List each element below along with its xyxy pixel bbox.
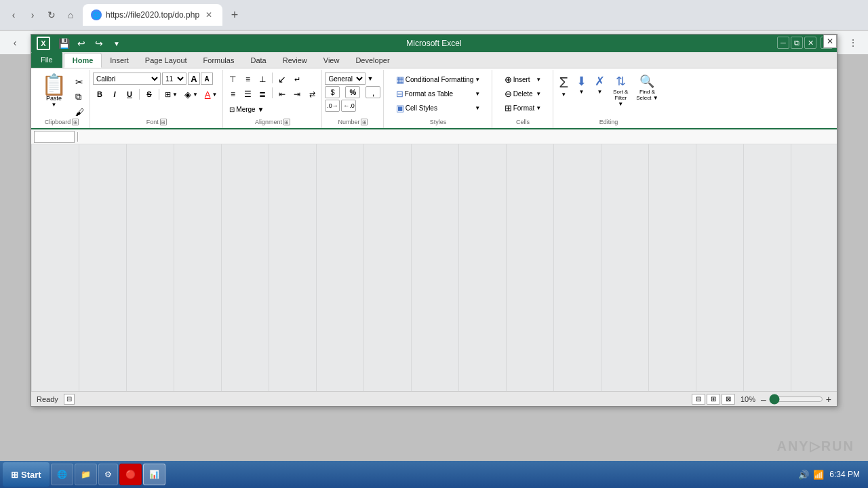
decrease-decimal-button[interactable]: ←.0 — [341, 100, 356, 112]
taskbar-ie-button[interactable]: 🌐 — [51, 464, 73, 485]
sort-filter-button[interactable]: ⇅ Sort &Filter ▼ — [610, 73, 631, 108]
taskbar-excel-button[interactable]: 📊 — [143, 464, 165, 485]
align-right-button[interactable]: ≣ — [256, 87, 269, 101]
format-button[interactable]: ⊞ Format ▼ — [500, 101, 547, 115]
comma-button[interactable]: , — [366, 86, 380, 98]
qat-customize-button[interactable]: ▼ — [110, 37, 123, 49]
number-format-arrow[interactable]: ▼ — [367, 75, 373, 82]
tab-review[interactable]: Review — [275, 53, 315, 68]
minimize-button[interactable]: ─ — [777, 37, 789, 49]
underline-button[interactable]: U — [123, 87, 136, 101]
taskbar-explorer-button[interactable]: 📁 — [75, 464, 97, 485]
forward-button[interactable]: › — [24, 7, 41, 23]
normal-view-button[interactable]: ⊟ — [692, 394, 705, 405]
find-select-button[interactable]: 🔍 Find &Select ▼ — [633, 73, 660, 102]
decrease-font-size-button[interactable]: A — [201, 73, 213, 85]
tab-insert[interactable]: Insert — [102, 53, 137, 68]
orientation-button[interactable]: ↙ — [275, 73, 289, 86]
align-top-button[interactable]: ⊤ — [226, 73, 239, 86]
home-button[interactable]: ⌂ — [62, 7, 79, 23]
borders-button[interactable]: ⊞ ▼ — [162, 87, 180, 101]
font-expand-icon[interactable]: ⊞ — [160, 119, 167, 125]
alignment-expand-icon[interactable]: ⊞ — [283, 119, 290, 125]
borders-icon: ⊞ — [165, 90, 171, 99]
increase-font-size-button[interactable]: A — [188, 73, 200, 85]
qat-redo-button[interactable]: ↪ — [92, 37, 106, 49]
strikethrough-button[interactable]: S — [142, 87, 156, 101]
tab-developer[interactable]: Developer — [347, 53, 397, 68]
delete-button[interactable]: ⊖ Delete ▼ — [500, 87, 547, 100]
tab-view[interactable]: View — [315, 53, 348, 68]
tab-close-button[interactable]: ✕ — [203, 9, 214, 20]
align-center-button[interactable]: ☰ — [241, 87, 254, 101]
conditional-formatting-arrow: ▼ — [475, 77, 480, 83]
format-painter-button[interactable]: 🖌 — [73, 105, 87, 119]
currency-button[interactable]: $ — [325, 86, 340, 98]
number-format-select[interactable]: General — [325, 73, 366, 85]
qat-undo-button[interactable]: ↩ — [75, 37, 88, 49]
bold-button[interactable]: B — [93, 87, 106, 101]
browser-tab[interactable]: 🌐 https://file2020.top/do.php ✕ — [83, 4, 222, 26]
percent-button[interactable]: % — [345, 86, 360, 98]
cell-styles-label: Cell Styles — [406, 104, 437, 112]
clear-button[interactable]: ✗ ▼ — [592, 73, 608, 96]
formula-input[interactable] — [81, 131, 834, 143]
taskbar-settings-button[interactable]: ⚙ — [98, 464, 118, 485]
font-name-select[interactable]: Calibri — [93, 73, 161, 85]
number-expand-icon[interactable]: ⊞ — [361, 119, 368, 125]
italic-button[interactable]: I — [108, 87, 121, 101]
align-middle-button[interactable]: ≡ — [241, 73, 254, 86]
restore-button[interactable]: ⧉ — [791, 37, 803, 49]
browser-chrome: ‹ › ↻ ⌂ 🌐 https://file2020.top/do.php ✕ … — [0, 0, 868, 30]
styles-buttons: ▦ Conditional Formatting ▼ ⊟ Format as T… — [391, 73, 486, 115]
close-button[interactable]: ✕ — [804, 37, 816, 49]
fill-color-button[interactable]: ◈ ▼ — [182, 87, 201, 101]
panel-close-button[interactable]: ✕ — [823, 35, 837, 48]
toolbar-back-button[interactable]: ‹ — [5, 33, 24, 52]
tab-page-layout[interactable]: Page Layout — [137, 53, 195, 68]
spreadsheet-area[interactable] — [31, 144, 837, 391]
decrease-indent-button[interactable]: ⇤ — [275, 87, 289, 101]
find-select-label: Find &Select ▼ — [636, 89, 658, 101]
alignment-row-3: ⊡ Merge ▼ — [226, 102, 319, 116]
sort-filter-icon: ⇅ — [616, 74, 626, 89]
reload-button[interactable]: ↻ — [43, 7, 60, 23]
increase-decimal-button[interactable]: .0→ — [325, 100, 340, 112]
back-button[interactable]: ‹ — [5, 7, 22, 23]
conditional-formatting-button[interactable]: ▦ Conditional Formatting ▼ — [391, 73, 486, 86]
tab-data[interactable]: Data — [242, 53, 274, 68]
qat-save-button[interactable]: 💾 — [57, 37, 71, 49]
text-direction-button[interactable]: ⇄ — [305, 87, 319, 101]
page-layout-view-button[interactable]: ⊞ — [707, 394, 720, 405]
start-button[interactable]: ⊞ Start — [3, 462, 50, 487]
view-buttons: ⊟ ⊞ ⊠ — [692, 394, 735, 405]
merge-center-button[interactable]: ⊡ Merge ▼ — [226, 102, 267, 116]
format-as-table-button[interactable]: ⊟ Format as Table ▼ — [391, 87, 486, 100]
font-color-button[interactable]: A ▼ — [202, 87, 220, 101]
cell-styles-button[interactable]: ▣ Cell Styles ▼ — [391, 101, 486, 115]
font-size-select[interactable]: 11 — [162, 73, 186, 85]
sheet-view-icon[interactable]: ⊟ — [64, 394, 75, 405]
copy-button[interactable]: ⧉ — [73, 90, 87, 104]
zoom-out-icon[interactable]: – — [761, 394, 766, 405]
tab-home[interactable]: Home — [64, 53, 102, 68]
name-box[interactable] — [34, 131, 75, 143]
tab-file[interactable]: File — [31, 52, 62, 68]
tab-formulas[interactable]: Formulas — [195, 53, 243, 68]
cut-button[interactable]: ✂ — [73, 75, 87, 89]
wrap-text-button[interactable]: ↵ — [290, 73, 304, 86]
align-bottom-button[interactable]: ⊥ — [256, 73, 269, 86]
clipboard-expand-icon[interactable]: ⊞ — [72, 119, 79, 125]
align-left-button[interactable]: ≡ — [226, 87, 239, 101]
fill-button[interactable]: ⬇ ▼ — [574, 73, 589, 96]
taskbar-antivirus-button[interactable]: 🔴 — [119, 464, 142, 485]
zoom-slider[interactable] — [769, 395, 823, 403]
zoom-in-icon[interactable]: + — [826, 394, 831, 405]
sum-button[interactable]: Σ ▼ — [556, 73, 571, 99]
insert-button[interactable]: ⊕ Insert ▼ — [500, 73, 547, 86]
paste-button[interactable]: 📋 Paste ▼ — [37, 73, 71, 110]
increase-indent-button[interactable]: ⇥ — [290, 87, 304, 101]
page-break-view-button[interactable]: ⊠ — [722, 394, 735, 405]
new-tab-button[interactable]: + — [225, 5, 244, 24]
menu-button[interactable]: ⋮ — [844, 33, 863, 52]
